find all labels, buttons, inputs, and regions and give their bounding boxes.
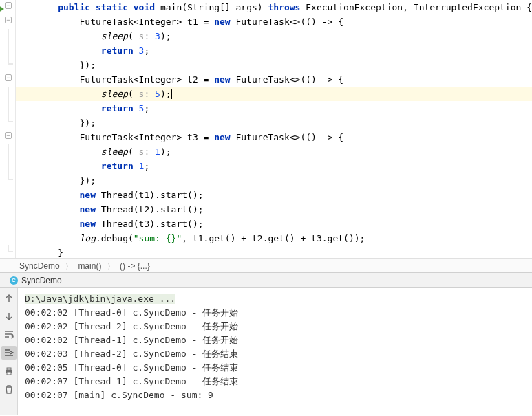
scroll-up-icon[interactable]	[3, 292, 15, 305]
fold-toggle[interactable]: −	[5, 74, 12, 81]
code-line: public static void main(String[] args) t…	[36, 0, 532, 14]
log-line: 00:02:07 [Thread-1] c.SyncDemo - 任务结束	[25, 375, 525, 388]
code-line: new Thread(t2).start();	[36, 202, 532, 217]
breadcrumb: SyncDemo 〉 main() 〉 () -> {...}	[0, 258, 532, 273]
scroll-down-icon[interactable]	[3, 310, 15, 322]
log-line: 00:02:03 [Thread-2] c.SyncDemo - 任务结束	[25, 347, 525, 361]
console-panel: D:\Java\jdk\bin\java.exe ... 00:02:02 [T…	[0, 288, 532, 415]
code-line: });	[36, 173, 532, 188]
text-cursor	[171, 89, 172, 99]
log-line: 00:02:05 [Thread-0] c.SyncDemo - 任务结束	[25, 361, 525, 375]
fold-toggle[interactable]: −	[5, 2, 12, 9]
print-icon[interactable]	[3, 365, 15, 377]
log-line: 00:02:07 [main] c.SyncDemo - sum: 9	[25, 388, 525, 402]
log-line: 00:02:02 [Thread-2] c.SyncDemo - 任务开始	[25, 320, 525, 333]
code-pane[interactable]: public static void main(String[] args) t…	[16, 0, 532, 258]
code-line: sleep( s: 3);	[36, 29, 532, 43]
breadcrumb-item[interactable]: SyncDemo	[19, 261, 60, 271]
code-line: });	[36, 58, 532, 72]
log-line: 00:02:02 [Thread-1] c.SyncDemo - 任务开始	[25, 333, 525, 347]
editor-area: − − − − public static void main(String[]…	[0, 0, 532, 258]
breadcrumb-item[interactable]: main()	[78, 261, 101, 271]
code-line: log.debug("sum: {}", t1.get() + t2.get()…	[36, 231, 532, 245]
code-line: return 3;	[36, 43, 532, 58]
code-line: FutureTask<Integer> t1 = new FutureTask<…	[36, 14, 532, 29]
svg-rect-3	[7, 368, 11, 370]
chevron-right-icon: 〉	[65, 263, 72, 270]
console-output[interactable]: D:\Java\jdk\bin\java.exe ... 00:02:02 [T…	[18, 288, 532, 415]
code-line: new Thread(t3).start();	[36, 217, 532, 231]
code-line: sleep( s: 1);	[36, 144, 532, 159]
code-line: new Thread(t1).start();	[36, 188, 532, 202]
code-line: FutureTask<Integer> t2 = new FutureTask<…	[36, 72, 532, 87]
clear-icon[interactable]	[3, 383, 15, 395]
console-tab-bar: C SyncDemo	[0, 273, 532, 288]
code-line: FutureTask<Integer> t3 = new FutureTask<…	[36, 130, 532, 144]
soft-wrap-icon[interactable]	[3, 328, 15, 340]
code-line: return 1;	[36, 159, 532, 173]
console-tab[interactable]: C SyncDemo	[4, 274, 67, 287]
log-line: 00:02:02 [Thread-0] c.SyncDemo - 任务开始	[25, 306, 525, 320]
fold-toggle[interactable]: −	[5, 17, 12, 23]
code-line-highlighted: sleep( s: 5);	[16, 87, 532, 101]
gutter: − − − −	[0, 0, 16, 258]
svg-rect-4	[7, 372, 11, 375]
code-line: });	[36, 116, 532, 130]
tab-label: SyncDemo	[21, 276, 62, 285]
java-class-icon: C	[10, 276, 18, 285]
code-line: return 5;	[36, 101, 532, 116]
code-line: }	[36, 245, 532, 260]
fold-toggle[interactable]: −	[5, 132, 12, 139]
console-toolbar	[0, 288, 18, 415]
scroll-to-end-icon[interactable]	[1, 346, 17, 360]
breadcrumb-item[interactable]: () -> {...}	[120, 261, 150, 271]
command-line: D:\Java\jdk\bin\java.exe ...	[25, 294, 175, 304]
chevron-right-icon: 〉	[107, 263, 114, 270]
